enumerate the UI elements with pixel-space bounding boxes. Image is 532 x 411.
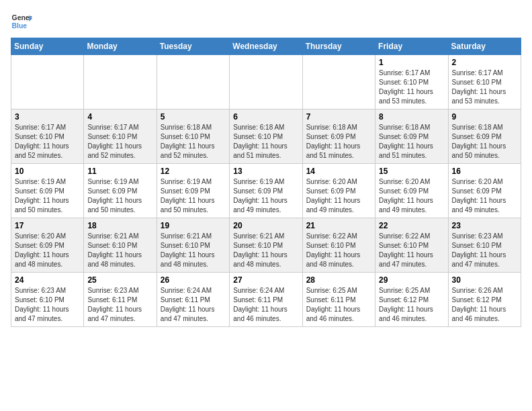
calendar-cell: 28Sunrise: 6:25 AM Sunset: 6:11 PM Dayli…: [302, 273, 375, 327]
day-info: Sunrise: 6:20 AM Sunset: 6:09 PM Dayligh…: [15, 232, 80, 269]
day-number: 28: [306, 275, 371, 285]
calendar-cell: 18Sunrise: 6:21 AM Sunset: 6:10 PM Dayli…: [84, 218, 157, 273]
calendar-cell: 7Sunrise: 6:18 AM Sunset: 6:09 PM Daylig…: [302, 109, 375, 164]
week-row-1: 1Sunrise: 6:17 AM Sunset: 6:10 PM Daylig…: [11, 55, 521, 109]
calendar-table: SundayMondayTuesdayWednesdayThursdayFrid…: [11, 38, 521, 327]
day-info: Sunrise: 6:18 AM Sunset: 6:09 PM Dayligh…: [452, 123, 517, 161]
day-number: 9: [452, 112, 517, 122]
day-info: Sunrise: 6:21 AM Sunset: 6:10 PM Dayligh…: [233, 232, 298, 269]
day-number: 7: [306, 112, 371, 122]
day-number: 17: [15, 221, 80, 230]
day-info: Sunrise: 6:25 AM Sunset: 6:11 PM Dayligh…: [306, 286, 371, 324]
weekday-header-monday: Monday: [84, 38, 157, 55]
calendar-cell: 30Sunrise: 6:26 AM Sunset: 6:12 PM Dayli…: [448, 273, 521, 327]
day-number: 5: [161, 112, 226, 122]
weekday-header-sunday: Sunday: [11, 38, 84, 55]
day-info: Sunrise: 6:17 AM Sunset: 6:10 PM Dayligh…: [15, 123, 80, 161]
calendar-cell: 22Sunrise: 6:22 AM Sunset: 6:10 PM Dayli…: [375, 218, 448, 273]
calendar-cell: 24Sunrise: 6:23 AM Sunset: 6:10 PM Dayli…: [11, 273, 84, 327]
calendar-cell: 25Sunrise: 6:23 AM Sunset: 6:11 PM Dayli…: [84, 273, 157, 327]
day-number: 18: [87, 221, 152, 230]
calendar-cell: 17Sunrise: 6:20 AM Sunset: 6:09 PM Dayli…: [11, 218, 84, 273]
calendar-cell: [157, 55, 229, 109]
day-info: Sunrise: 6:19 AM Sunset: 6:09 PM Dayligh…: [161, 177, 226, 215]
day-number: 12: [161, 167, 226, 176]
calendar-cell: [230, 55, 302, 109]
calendar-cell: [302, 55, 375, 109]
day-number: 14: [306, 167, 371, 176]
calendar-cell: 8Sunrise: 6:18 AM Sunset: 6:09 PM Daylig…: [375, 109, 448, 164]
calendar-cell: 3Sunrise: 6:17 AM Sunset: 6:10 PM Daylig…: [11, 109, 84, 164]
calendar-cell: 20Sunrise: 6:21 AM Sunset: 6:10 PM Dayli…: [230, 218, 302, 273]
day-number: 13: [233, 167, 298, 176]
day-info: Sunrise: 6:23 AM Sunset: 6:10 PM Dayligh…: [15, 286, 80, 324]
calendar-cell: 10Sunrise: 6:19 AM Sunset: 6:09 PM Dayli…: [11, 164, 84, 218]
day-info: Sunrise: 6:17 AM Sunset: 6:10 PM Dayligh…: [87, 123, 152, 161]
calendar-cell: 13Sunrise: 6:19 AM Sunset: 6:09 PM Dayli…: [230, 164, 302, 218]
day-info: Sunrise: 6:24 AM Sunset: 6:11 PM Dayligh…: [161, 286, 226, 324]
week-row-5: 24Sunrise: 6:23 AM Sunset: 6:10 PM Dayli…: [11, 273, 521, 327]
day-number: 23: [452, 221, 517, 230]
calendar-cell: 4Sunrise: 6:17 AM Sunset: 6:10 PM Daylig…: [84, 109, 157, 164]
day-number: 25: [87, 275, 152, 285]
calendar-cell: 1Sunrise: 6:17 AM Sunset: 6:10 PM Daylig…: [375, 55, 448, 109]
calendar-cell: 6Sunrise: 6:18 AM Sunset: 6:10 PM Daylig…: [230, 109, 302, 164]
day-info: Sunrise: 6:26 AM Sunset: 6:12 PM Dayligh…: [452, 286, 517, 324]
day-info: Sunrise: 6:25 AM Sunset: 6:12 PM Dayligh…: [379, 286, 444, 324]
svg-text:Blue: Blue: [12, 22, 28, 30]
day-number: 10: [15, 167, 80, 176]
week-row-4: 17Sunrise: 6:20 AM Sunset: 6:09 PM Dayli…: [11, 218, 521, 273]
day-number: 21: [306, 221, 371, 230]
day-info: Sunrise: 6:18 AM Sunset: 6:10 PM Dayligh…: [161, 123, 226, 161]
day-number: 8: [379, 112, 444, 122]
day-info: Sunrise: 6:22 AM Sunset: 6:10 PM Dayligh…: [379, 232, 444, 269]
day-number: 16: [452, 167, 517, 176]
day-info: Sunrise: 6:19 AM Sunset: 6:09 PM Dayligh…: [233, 177, 298, 215]
day-info: Sunrise: 6:18 AM Sunset: 6:10 PM Dayligh…: [233, 123, 298, 161]
day-info: Sunrise: 6:24 AM Sunset: 6:11 PM Dayligh…: [233, 286, 298, 324]
day-number: 26: [161, 275, 226, 285]
calendar-cell: 29Sunrise: 6:25 AM Sunset: 6:12 PM Dayli…: [375, 273, 448, 327]
calendar-cell: 5Sunrise: 6:18 AM Sunset: 6:10 PM Daylig…: [157, 109, 229, 164]
day-number: 15: [379, 167, 444, 176]
day-number: 3: [15, 112, 80, 122]
page-header: General Blue: [11, 11, 521, 32]
calendar-cell: 27Sunrise: 6:24 AM Sunset: 6:11 PM Dayli…: [230, 273, 302, 327]
weekday-header-wednesday: Wednesday: [230, 38, 302, 55]
week-row-2: 3Sunrise: 6:17 AM Sunset: 6:10 PM Daylig…: [11, 109, 521, 164]
day-info: Sunrise: 6:17 AM Sunset: 6:10 PM Dayligh…: [379, 68, 444, 106]
calendar-cell: [84, 55, 157, 109]
day-number: 27: [233, 275, 298, 285]
weekday-header-saturday: Saturday: [448, 38, 521, 55]
calendar-cell: 14Sunrise: 6:20 AM Sunset: 6:09 PM Dayli…: [302, 164, 375, 218]
day-info: Sunrise: 6:19 AM Sunset: 6:09 PM Dayligh…: [87, 177, 152, 215]
day-info: Sunrise: 6:17 AM Sunset: 6:10 PM Dayligh…: [452, 68, 517, 106]
day-info: Sunrise: 6:20 AM Sunset: 6:09 PM Dayligh…: [306, 177, 371, 215]
weekday-header-thursday: Thursday: [302, 38, 375, 55]
day-number: 24: [15, 275, 80, 285]
day-info: Sunrise: 6:20 AM Sunset: 6:09 PM Dayligh…: [379, 177, 444, 215]
day-info: Sunrise: 6:23 AM Sunset: 6:11 PM Dayligh…: [87, 286, 152, 324]
day-info: Sunrise: 6:20 AM Sunset: 6:09 PM Dayligh…: [452, 177, 517, 215]
calendar-cell: 21Sunrise: 6:22 AM Sunset: 6:10 PM Dayli…: [302, 218, 375, 273]
calendar-cell: [11, 55, 84, 109]
day-number: 4: [87, 112, 152, 122]
calendar-cell: 26Sunrise: 6:24 AM Sunset: 6:11 PM Dayli…: [157, 273, 229, 327]
calendar-cell: 23Sunrise: 6:23 AM Sunset: 6:10 PM Dayli…: [448, 218, 521, 273]
day-number: 6: [233, 112, 298, 122]
day-number: 22: [379, 221, 444, 230]
day-number: 20: [233, 221, 298, 230]
day-info: Sunrise: 6:18 AM Sunset: 6:09 PM Dayligh…: [379, 123, 444, 161]
logo: General Blue: [11, 11, 32, 32]
day-number: 19: [161, 221, 226, 230]
day-info: Sunrise: 6:19 AM Sunset: 6:09 PM Dayligh…: [15, 177, 80, 215]
calendar-cell: 12Sunrise: 6:19 AM Sunset: 6:09 PM Dayli…: [157, 164, 229, 218]
calendar-cell: 19Sunrise: 6:21 AM Sunset: 6:10 PM Dayli…: [157, 218, 229, 273]
day-number: 29: [379, 275, 444, 285]
weekday-header-tuesday: Tuesday: [157, 38, 229, 55]
day-info: Sunrise: 6:22 AM Sunset: 6:10 PM Dayligh…: [306, 232, 371, 269]
day-number: 11: [87, 167, 152, 176]
calendar-cell: 15Sunrise: 6:20 AM Sunset: 6:09 PM Dayli…: [375, 164, 448, 218]
logo-icon: General Blue: [11, 11, 32, 32]
day-number: 1: [379, 58, 444, 67]
